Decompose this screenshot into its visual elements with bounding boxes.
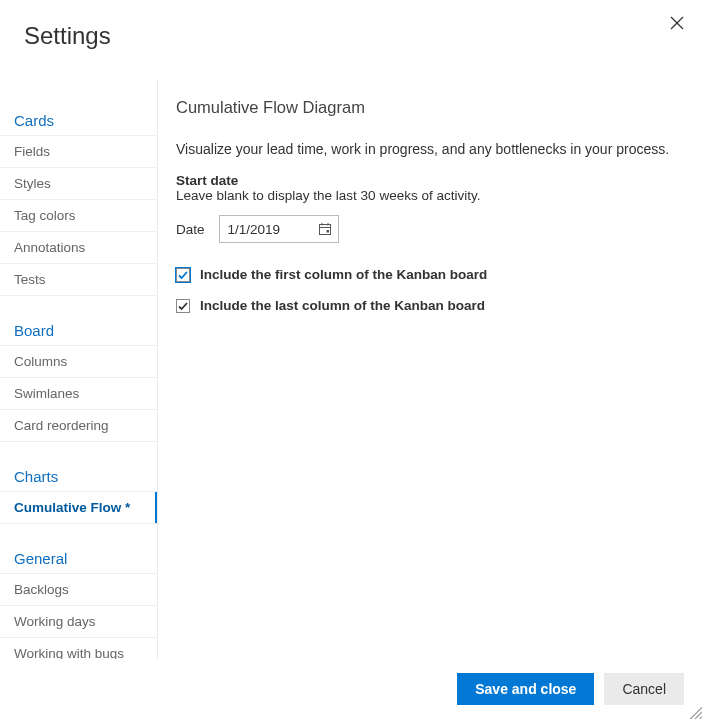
sidebar-item-tag-colors[interactable]: Tag colors xyxy=(0,199,157,231)
include-last-column-checkbox[interactable] xyxy=(176,299,190,313)
save-button[interactable]: Save and close xyxy=(457,673,594,705)
sidebar-item-fields[interactable]: Fields xyxy=(0,135,157,167)
cancel-button[interactable]: Cancel xyxy=(604,673,684,705)
settings-dialog: Settings Cards Fields Styles Tag colors … xyxy=(0,0,704,721)
svg-rect-2 xyxy=(319,225,330,235)
start-date-label: Start date xyxy=(176,173,682,188)
date-label: Date xyxy=(176,222,205,237)
sidebar-item-cumulative-flow[interactable]: Cumulative Flow * xyxy=(0,491,157,524)
sidebar-item-working-with-bugs[interactable]: Working with bugs xyxy=(0,637,157,659)
sidebar-item-swimlanes[interactable]: Swimlanes xyxy=(0,377,157,409)
sidebar-item-styles[interactable]: Styles xyxy=(0,167,157,199)
sidebar-item-working-days[interactable]: Working days xyxy=(0,605,157,637)
date-input[interactable] xyxy=(228,222,304,237)
sidebar-section-general: General xyxy=(0,542,157,573)
sidebar: Cards Fields Styles Tag colors Annotatio… xyxy=(0,80,158,659)
dialog-title: Settings xyxy=(0,0,704,50)
panel-title: Cumulative Flow Diagram xyxy=(176,98,682,117)
sidebar-section-charts: Charts xyxy=(0,460,157,491)
sidebar-section-cards: Cards xyxy=(0,104,157,135)
dialog-footer: Save and close Cancel xyxy=(457,673,684,705)
sidebar-item-backlogs[interactable]: Backlogs xyxy=(0,573,157,605)
calendar-icon[interactable] xyxy=(318,222,332,236)
sidebar-item-columns[interactable]: Columns xyxy=(0,345,157,377)
date-input-container xyxy=(219,215,339,243)
resize-grip-icon[interactable] xyxy=(688,705,702,719)
sidebar-item-tests[interactable]: Tests xyxy=(0,263,157,296)
panel-description: Visualize your lead time, work in progre… xyxy=(176,141,682,157)
close-icon[interactable] xyxy=(670,16,686,32)
sidebar-section-board: Board xyxy=(0,314,157,345)
sidebar-item-annotations[interactable]: Annotations xyxy=(0,231,157,263)
include-first-column-checkbox[interactable] xyxy=(176,268,190,282)
svg-rect-6 xyxy=(326,230,329,233)
include-first-column-label: Include the first column of the Kanban b… xyxy=(200,267,487,282)
start-date-help: Leave blank to display the last 30 weeks… xyxy=(176,188,682,203)
svg-line-9 xyxy=(700,717,702,719)
include-last-column-label: Include the last column of the Kanban bo… xyxy=(200,298,485,313)
settings-panel: Cumulative Flow Diagram Visualize your l… xyxy=(158,80,704,659)
sidebar-item-card-reordering[interactable]: Card reordering xyxy=(0,409,157,442)
